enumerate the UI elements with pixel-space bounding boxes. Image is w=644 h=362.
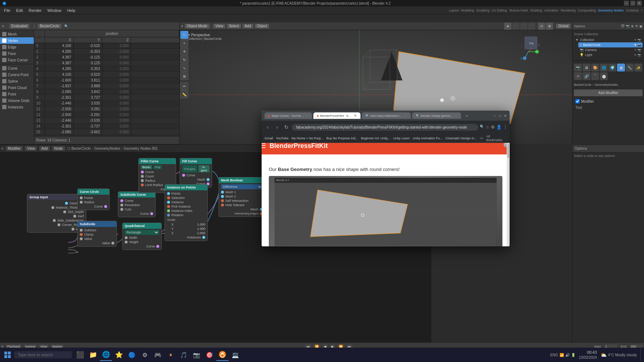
props-icon-render[interactable]: 📷 bbox=[626, 24, 630, 28]
ss-item-control-point[interactable]: Control Point bbox=[0, 71, 34, 78]
node-fill-curve[interactable]: Fill Curve Triangles N-gons Curve Mesh C… bbox=[180, 158, 212, 187]
vp-snap-btn[interactable]: Global bbox=[556, 24, 571, 28]
taskbar-chrome-btn[interactable]: 🌐 bbox=[100, 349, 112, 361]
show-desktop-btn[interactable] bbox=[640, 349, 643, 361]
ss-item-mesh[interactable]: Mesh bbox=[0, 31, 34, 37]
browser-zoom-btn[interactable]: 🔍 bbox=[480, 125, 484, 130]
taskbar-store-btn[interactable]: 🎮 bbox=[152, 349, 164, 361]
menu-file[interactable]: File bbox=[1, 8, 13, 13]
prop-btn-world[interactable]: 🌍 bbox=[608, 64, 616, 71]
taskbar-task-view-btn[interactable]: ⬛ bbox=[74, 349, 86, 361]
vp-tool-rotate[interactable]: ↻ bbox=[180, 56, 188, 64]
vp-tool-move[interactable]: ✛ bbox=[180, 47, 188, 55]
quad-mode-select[interactable]: Rectangle Parallelogram Trapezoid Kite R… bbox=[125, 230, 159, 235]
sc-item-bezier-circle[interactable]: ● BezierCircle 👁 📷 bbox=[578, 42, 643, 47]
fillet-bezier-btn[interactable]: Bezier bbox=[141, 165, 152, 169]
ss-item-volume[interactable]: Volume Grids bbox=[0, 97, 34, 104]
tray-lang-btn[interactable]: ENG bbox=[550, 353, 558, 357]
vp-tool-cursor[interactable]: + bbox=[180, 39, 188, 47]
browser-scrollbar[interactable] bbox=[507, 143, 510, 246]
browser-bookmark-btn[interactable]: ☆ bbox=[486, 125, 489, 130]
bm-more[interactable]: >> bbox=[480, 136, 484, 140]
node-subdivide[interactable]: Subdivide Subtract Clamp Value Value bbox=[77, 221, 117, 247]
vp-gizmo-btn[interactable]: ⊕ bbox=[546, 23, 553, 30]
vp-tool-measure[interactable]: 📏 bbox=[180, 90, 188, 98]
prop-btn-output[interactable]: 🖥 bbox=[583, 64, 590, 71]
prop-btn-physics[interactable]: ⚛ bbox=[574, 72, 582, 80]
vp-select-btn[interactable]: Select bbox=[227, 24, 241, 28]
sc-item-collection[interactable]: ▼ Collection 👁 📷 bbox=[574, 37, 643, 42]
fill-ngons-btn[interactable]: N-gons bbox=[198, 165, 210, 172]
prop-btn-constraints[interactable]: 🔗 bbox=[583, 72, 590, 80]
taskbar-blender-btn[interactable] bbox=[216, 349, 229, 361]
prop-btn-data[interactable]: ⌒ bbox=[591, 72, 599, 80]
props-icon-view[interactable]: 👁 bbox=[635, 24, 638, 28]
prop-btn-view-layer[interactable]: 🎨 bbox=[591, 64, 599, 71]
vp-tool-transform[interactable]: ⊞ bbox=[180, 72, 188, 80]
browser-tab-blenderpressfit[interactable]: ■ BlenderPressFitKit · Skylabs... ✕ bbox=[313, 112, 360, 119]
ss-item-face[interactable]: Face bbox=[0, 50, 34, 57]
vp-add-btn[interactable]: Add bbox=[243, 24, 253, 28]
vp-shading-solid[interactable]: ● bbox=[504, 23, 511, 30]
bm-beginner[interactable]: Beginner Art: Unity... bbox=[361, 136, 390, 140]
bm-youtube[interactable]: YouTube bbox=[276, 136, 289, 140]
browser-url-input[interactable] bbox=[292, 124, 478, 131]
vp-view-btn[interactable]: View bbox=[213, 24, 225, 28]
browser-extensions-btn[interactable]: ⚙ bbox=[491, 125, 495, 130]
browser-profile-btn[interactable]: 👤 bbox=[496, 125, 502, 130]
vp-shading-render[interactable] bbox=[528, 23, 535, 30]
ss-item-point-cloud[interactable]: Point Cloud bbox=[0, 84, 34, 91]
bm-unityanim[interactable]: Unity Animation Fu... bbox=[413, 136, 442, 140]
ss-item-vertex[interactable]: Vertex bbox=[0, 37, 34, 44]
browser-menu-btn[interactable]: ⋮ bbox=[503, 125, 507, 130]
ne-view-btn[interactable]: View bbox=[25, 146, 37, 151]
ss-item-instances[interactable]: Instances bbox=[0, 104, 34, 110]
taskbar-edge-btn[interactable]: ⭐ bbox=[113, 349, 125, 361]
fill-triangles-btn[interactable]: Triangles bbox=[182, 165, 197, 172]
browser-tab-close-bc[interactable]: ✕ bbox=[455, 114, 457, 117]
ss-item-point[interactable]: Point bbox=[0, 91, 34, 97]
spreadsheet-object-btn[interactable]: BezierCircle bbox=[38, 24, 61, 28]
menu-help[interactable]: Help bbox=[65, 8, 78, 13]
prop-btn-scene[interactable]: 🌐 bbox=[600, 64, 608, 71]
ne-add-btn[interactable]: Add bbox=[39, 146, 50, 151]
node-subdivide-curve[interactable]: Subdivide Curve Curve Resolution Cuts Cu… bbox=[118, 191, 156, 217]
bm-mynopurp[interactable]: My Home < No Purp... bbox=[291, 136, 323, 140]
node-quadrilateral[interactable]: Quadrilateral Rectangle Parallelogram Tr… bbox=[122, 223, 162, 250]
browser-new-tab-btn[interactable]: + bbox=[463, 112, 470, 119]
vp-mode-btn[interactable]: Object Mode bbox=[185, 24, 210, 28]
taskbar-clock[interactable]: 00:43 13/02/2024 bbox=[576, 350, 600, 359]
sc-item-camera[interactable]: 📷 Camera 👁 📷 bbox=[578, 47, 643, 52]
browser-forward-btn[interactable]: › bbox=[273, 123, 281, 131]
taskbar-camera-btn[interactable]: 📷 bbox=[190, 349, 203, 361]
ss-item-edge[interactable]: Edge bbox=[0, 44, 34, 50]
ne-modifier-btn[interactable]: Modifier bbox=[6, 146, 23, 151]
browser-tab-blenderchange[interactable]: 🔍 blender change geometry nod... ✕ bbox=[412, 112, 461, 119]
vp-tool-scale[interactable]: ⤡ bbox=[180, 64, 188, 72]
bm-unitylearn[interactable]: Unity Learn bbox=[393, 136, 410, 140]
add-modifier-btn[interactable]: Add Modifier bbox=[574, 89, 643, 96]
prop-btn-material[interactable]: ⬤ bbox=[600, 72, 608, 80]
vp-object-btn[interactable]: Object bbox=[255, 24, 270, 28]
taskbar-start-btn[interactable] bbox=[1, 349, 14, 361]
ss-item-curve[interactable]: Curve bbox=[0, 65, 34, 71]
node-instance-on-points[interactable]: Instance on Points Points Selection Inst… bbox=[165, 184, 208, 241]
node-curve-circle[interactable]: Curve Circle Points Radius Curve bbox=[77, 189, 110, 210]
minimize-button[interactable]: ─ bbox=[624, 1, 629, 6]
browser-tab-close-bpfk[interactable]: ✕ bbox=[354, 114, 357, 117]
menu-render[interactable]: Render bbox=[26, 8, 44, 13]
ne-node-btn[interactable]: Node bbox=[52, 146, 65, 151]
taskbar-search-input[interactable] bbox=[14, 351, 72, 358]
taskbar-vscode-btn[interactable]: 💻 bbox=[229, 349, 242, 361]
article-image[interactable]: Blender 4.2 bbox=[269, 176, 502, 247]
browser-tab-mm[interactable]: 🔍 how many millimeters in a m... ✕ bbox=[362, 112, 411, 119]
boolean-mode-select[interactable]: Difference Union Intersect bbox=[221, 184, 263, 189]
prop-btn-particles[interactable]: ✨ bbox=[634, 64, 642, 71]
fillet-poly-btn[interactable]: Poly bbox=[153, 165, 162, 169]
bm-gmail[interactable]: Gmail bbox=[264, 136, 273, 140]
taskbar-app2-btn[interactable]: ♦ bbox=[165, 349, 177, 361]
vp-shading-lk[interactable] bbox=[512, 23, 519, 30]
browser-tab-close-yt[interactable]: ✕ bbox=[305, 114, 308, 117]
bm-all-bookmarks[interactable]: All Bookmarks bbox=[486, 135, 507, 142]
window-controls[interactable]: ─ □ ✕ bbox=[624, 1, 642, 6]
